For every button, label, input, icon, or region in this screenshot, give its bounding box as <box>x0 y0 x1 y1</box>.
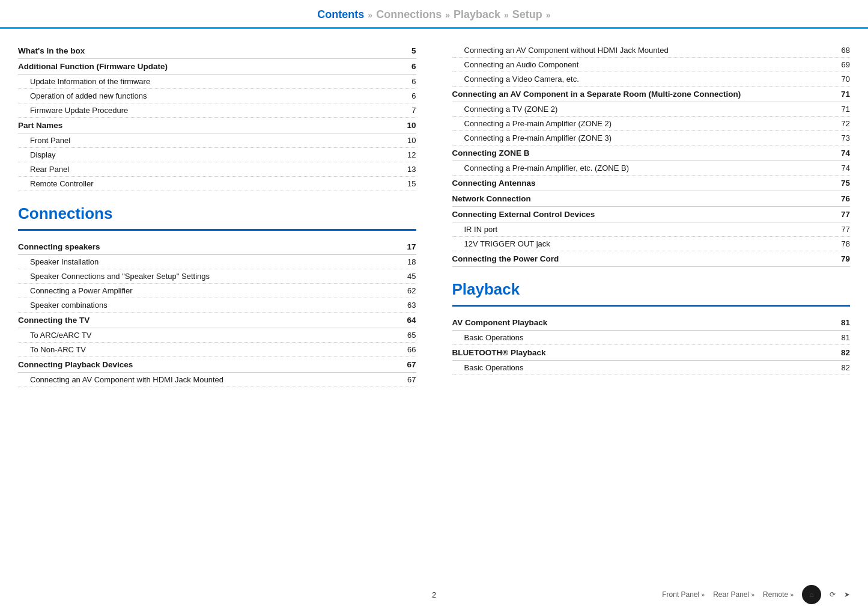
entry-label: Connecting a Power Amplifier <box>30 286 133 295</box>
entry-label: Part Names <box>18 121 62 130</box>
entry-firmware-procedure: Firmware Update Procedure 7 <box>18 103 416 118</box>
entry-page: 69 <box>836 60 850 69</box>
footer-remote[interactable]: Remote » <box>763 590 794 599</box>
entry-label: Network Connection <box>452 194 531 203</box>
home-icon[interactable]: ⌂ <box>802 585 821 604</box>
entry-av-hdmi-mounted: Connecting an AV Component with HDMI Jac… <box>18 373 416 387</box>
refresh-icon[interactable]: ⟳ <box>830 590 836 599</box>
entry-whats-in-box: What's in the box 5 <box>18 43 416 59</box>
entry-page: 77 <box>836 210 850 219</box>
entry-network-connection: Network Connection 76 <box>452 191 851 207</box>
entry-label: Connecting a Pre-main Amplifier (ZONE 2) <box>464 119 612 128</box>
entry-label: Connecting an AV Component without HDMI … <box>464 46 836 55</box>
chevron-2: » <box>445 10 450 20</box>
entry-label: Rear Panel <box>30 165 69 174</box>
entry-label: Connecting External Control Devices <box>452 210 595 219</box>
entry-page: 6 <box>402 62 416 71</box>
entry-page: 18 <box>402 257 416 266</box>
entry-label: Remote Controller <box>30 179 94 188</box>
entry-page: 82 <box>836 363 850 372</box>
entry-zone2-pre-main: Connecting a Pre-main Amplifier (ZONE 2)… <box>452 117 851 131</box>
connections-entries: Connecting speakers 17 Speaker Installat… <box>18 239 416 387</box>
nav-connections[interactable]: Connections <box>376 8 442 21</box>
entry-operation-added: Operation of added new functions 6 <box>18 89 416 103</box>
footer-nav: Front Panel » Rear Panel » Remote » ⌂ ⟳ … <box>662 585 850 604</box>
entry-page: 6 <box>402 77 416 86</box>
forward-icon[interactable]: ➤ <box>844 590 850 599</box>
entry-page: 76 <box>836 194 850 203</box>
footer-front-panel[interactable]: Front Panel » <box>662 590 705 599</box>
entry-label: What's in the box <box>18 46 85 55</box>
entry-page: 45 <box>402 272 416 281</box>
entry-connecting-speakers: Connecting speakers 17 <box>18 239 416 255</box>
entry-av-basic-ops: Basic Operations 81 <box>452 331 851 345</box>
entry-label: Connecting Antennas <box>452 179 536 188</box>
playback-entries: AV Component Playback 81 Basic Operation… <box>452 315 851 375</box>
entry-page: 17 <box>402 242 416 251</box>
entry-zone3-pre-main: Connecting a Pre-main Amplifier (ZONE 3)… <box>452 131 851 145</box>
entry-power-amplifier: Connecting a Power Amplifier 62 <box>18 284 416 298</box>
chevron-3: » <box>504 10 509 20</box>
entry-page: 82 <box>836 348 850 357</box>
entry-label: Update Information of the firmware <box>30 77 150 86</box>
entry-label: Connecting speakers <box>18 242 100 251</box>
footer-rear-panel[interactable]: Rear Panel » <box>713 590 754 599</box>
entry-update-info: Update Information of the firmware 6 <box>18 75 416 89</box>
entry-page: 67 <box>402 375 416 384</box>
entry-label: Basic Operations <box>464 333 524 342</box>
entry-label: Speaker combinations <box>30 301 108 310</box>
entry-label: Connecting a Pre-main Amplifier (ZONE 3) <box>464 133 612 142</box>
entry-label: Operation of added new functions <box>30 91 147 100</box>
entry-label: IR IN port <box>464 225 498 234</box>
entry-page: 10 <box>402 136 416 145</box>
entry-page: 72 <box>836 119 850 128</box>
connections-right-entries: Connecting an AV Component without HDMI … <box>452 43 851 267</box>
entry-page: 78 <box>836 239 850 248</box>
entry-bluetooth-playback: BLUETOOTH® Playback 82 <box>452 345 851 361</box>
nav-contents[interactable]: Contents <box>317 8 364 21</box>
entry-external-control: Connecting External Control Devices 77 <box>452 207 851 222</box>
entry-page: 81 <box>836 333 850 342</box>
entry-label: Connecting an Audio Component <box>464 60 579 69</box>
entry-front-panel: Front Panel 10 <box>18 133 416 148</box>
entry-label: Speaker Installation <box>30 257 99 266</box>
entry-arc-tv: To ARC/eARC TV 65 <box>18 328 416 343</box>
entry-page: 66 <box>402 345 416 354</box>
entry-label: Additional Function (Firmware Update) <box>18 62 168 71</box>
entry-remote-controller: Remote Controller 15 <box>18 177 416 191</box>
connections-section-title: Connections <box>18 204 416 223</box>
main-content: What's in the box 5 Additional Function … <box>0 29 868 423</box>
entry-page: 74 <box>836 164 850 173</box>
entry-label: Connecting the Power Cord <box>452 254 559 263</box>
entry-speaker-installation: Speaker Installation 18 <box>18 255 416 269</box>
playback-section-title: Playback <box>452 280 851 299</box>
entry-label: 12V TRIGGER OUT jack <box>464 239 550 248</box>
entry-page: 65 <box>402 331 416 340</box>
entry-page: 79 <box>836 254 850 263</box>
entry-page: 10 <box>402 121 416 130</box>
entry-page: 62 <box>402 286 416 295</box>
entry-display: Display 12 <box>18 148 416 162</box>
entry-page: 74 <box>836 148 850 158</box>
left-column: What's in the box 5 Additional Function … <box>18 43 434 387</box>
entry-non-arc-tv: To Non-ARC TV 66 <box>18 343 416 357</box>
nav-playback[interactable]: Playback <box>454 8 500 21</box>
entry-page: 73 <box>836 133 850 142</box>
header: Contents » Connections » Playback » Setu… <box>0 0 868 29</box>
entry-page: 67 <box>402 360 416 369</box>
entry-zone-b-pre-main: Connecting a Pre-main Amplifier, etc. (Z… <box>452 161 851 176</box>
entry-page: 6 <box>402 91 416 100</box>
entry-av-component-playback: AV Component Playback 81 <box>452 315 851 331</box>
nav-setup[interactable]: Setup <box>512 8 542 21</box>
entry-label: To ARC/eARC TV <box>30 331 91 340</box>
entry-page: 63 <box>402 301 416 310</box>
entry-additional-function: Additional Function (Firmware Update) 6 <box>18 59 416 75</box>
entry-page: 71 <box>836 90 850 99</box>
entry-av-no-hdmi: Connecting an AV Component without HDMI … <box>452 43 851 58</box>
entry-label: Connecting the TV <box>18 316 90 325</box>
entry-label: Basic Operations <box>464 363 524 372</box>
entry-page: 77 <box>836 225 850 234</box>
pre-connections-entries: What's in the box 5 Additional Function … <box>18 43 416 191</box>
entry-video-camera: Connecting a Video Camera, etc. 70 <box>452 72 851 87</box>
entry-label: Firmware Update Procedure <box>30 106 128 115</box>
